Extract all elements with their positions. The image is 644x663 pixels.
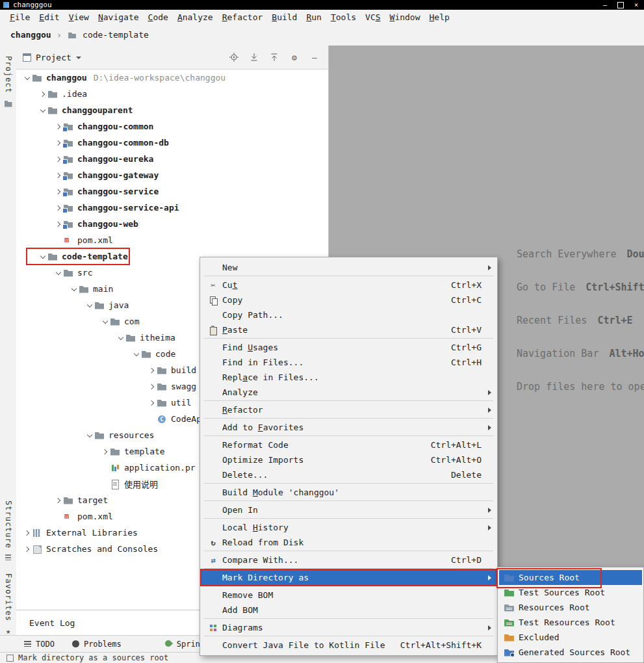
menu-run[interactable]: Run (302, 12, 326, 23)
chevron-right-icon[interactable] (148, 398, 157, 408)
menu-view[interactable]: View (64, 12, 94, 23)
chevron-right-icon[interactable] (101, 447, 110, 456)
context-menu-item-paste[interactable]: PasteCtrl+V (201, 322, 496, 337)
menu-vcs[interactable]: VCS (361, 12, 385, 23)
chevron-right-icon[interactable] (148, 366, 157, 375)
chevron-down-icon[interactable] (38, 252, 47, 261)
context-menu-item-remove-bom[interactable]: Remove BOM (201, 588, 496, 603)
locate-file-icon[interactable] (229, 53, 238, 62)
project-panel-title[interactable]: Project (36, 53, 71, 62)
chevron-down-icon[interactable] (132, 350, 141, 359)
context-menu-item-add-bom[interactable]: Add BOM (201, 603, 496, 618)
toolbar-problems[interactable]: Problems (71, 640, 122, 649)
context-menu-item-compare-with[interactable]: Compare With...Ctrl+D (201, 552, 496, 567)
submenu-item-excluded[interactable]: Excluded (499, 630, 642, 645)
chevron-right-icon[interactable] (54, 496, 63, 505)
context-menu-item-convert-java-file-to-kotlin-file[interactable]: Convert Java File to Kotlin FileCtrl+Alt… (201, 638, 496, 653)
context-menu-item-reload-from-disk[interactable]: Reload from Disk (201, 535, 496, 550)
close-button[interactable]: × (634, 2, 638, 8)
context-menu-item-copy[interactable]: CopyCtrl+C (201, 292, 496, 307)
toolbar-spring[interactable]: Spring (164, 640, 205, 649)
menu-separator (204, 618, 493, 619)
tool-stripe-favorites[interactable]: Favorites ★ (0, 573, 16, 635)
breadcrumb-current[interactable]: code-template (83, 30, 149, 40)
context-menu-item-build-module-changgou[interactable]: Build Module 'changgou' (201, 485, 496, 500)
chevron-down-icon[interactable] (85, 301, 94, 310)
menu-build[interactable]: Build (267, 12, 302, 23)
collapse-all-icon[interactable] (270, 53, 279, 62)
tree-item-changgou-service-api[interactable]: changgou-service-api (16, 200, 328, 216)
chevron-right-icon[interactable] (54, 122, 63, 131)
tool-stripe-project[interactable]: Project (0, 56, 16, 108)
chevron-right-icon[interactable] (23, 528, 32, 538)
tree-item-changgou-common-db[interactable]: changgou-common-db (16, 135, 328, 151)
expand-all-icon[interactable] (250, 53, 259, 62)
chevron-down-icon[interactable] (116, 333, 125, 343)
tool-stripe-structure[interactable]: Structure (0, 500, 16, 560)
menu-navigate[interactable]: Navigate (94, 12, 144, 23)
tree-item-pom-xml[interactable]: pom.xml (16, 232, 328, 248)
context-menu-item-delete[interactable]: Delete...Delete (201, 467, 496, 482)
chevron-down-icon[interactable] (70, 285, 79, 294)
submenu-item-resources-root[interactable]: Resources Root (499, 600, 642, 615)
chevron-right-icon[interactable] (148, 382, 157, 391)
chevron-right-icon[interactable] (54, 155, 63, 164)
context-menu-item-find-usages[interactable]: Find UsagesCtrl+G (201, 340, 496, 355)
chevron-down-icon[interactable] (23, 73, 32, 83)
context-menu-item-local-history[interactable]: Local History (201, 520, 496, 535)
tree-item-changgouparent[interactable]: changgouparent (16, 102, 328, 118)
context-menu-item-open-in[interactable]: Open In (201, 502, 496, 517)
folder-icon (157, 382, 167, 392)
context-menu-item-replace-in-files[interactable]: Replace in Files... (201, 370, 496, 385)
context-menu-item-analyze[interactable]: Analyze (201, 385, 496, 400)
context-menu-item-diagrams[interactable]: Diagrams (201, 620, 496, 635)
context-menu-item-cut[interactable]: CutCtrl+X (201, 278, 496, 292)
context-menu-item-refactor[interactable]: Refactor (201, 402, 496, 417)
context-menu-item-add-to-favorites[interactable]: Add to Favorites (201, 420, 496, 435)
context-menu-item-optimize-imports[interactable]: Optimize ImportsCtrl+Alt+O (201, 452, 496, 467)
context-menu-item-find-in-files[interactable]: Find in Files...Ctrl+H (201, 355, 496, 370)
context-menu-item-reformat-code[interactable]: Reformat CodeCtrl+Alt+L (201, 437, 496, 452)
chevron-down-icon[interactable] (101, 317, 110, 326)
chevron-down-icon[interactable] (54, 268, 63, 278)
tree-item-changgou-eureka[interactable]: changgou-eureka (16, 151, 328, 167)
submenu-item-sources-root[interactable]: Sources Root (499, 570, 642, 585)
submenu-item-test-sources-root[interactable]: Test Sources Root (499, 585, 642, 600)
context-menu-item-copy-path[interactable]: Copy Path... (201, 307, 496, 322)
maximize-button[interactable] (617, 2, 624, 8)
submenu-item-test-resources-root[interactable]: Test Resources Root (499, 615, 642, 630)
chevron-right-icon[interactable] (54, 171, 63, 180)
tree-item-changgou-common[interactable]: changgou-common (16, 118, 328, 135)
chevron-right-icon[interactable] (54, 203, 63, 213)
chevron-right-icon[interactable] (54, 138, 63, 148)
event-log-title[interactable]: Event Log (29, 618, 75, 628)
chevron-down-icon[interactable] (38, 106, 47, 115)
chevron-down-icon[interactable] (76, 57, 81, 59)
menu-code[interactable]: Code (144, 12, 173, 23)
menu-window[interactable]: Window (385, 12, 425, 23)
tree-item-idea[interactable]: .idea (16, 86, 328, 102)
tree-item-changgou-service[interactable]: changgou-service (16, 183, 328, 200)
chevron-right-icon[interactable] (54, 187, 63, 196)
chevron-down-icon[interactable] (85, 431, 94, 440)
chevron-right-icon[interactable] (54, 220, 63, 229)
menu-analyze[interactable]: Analyze (173, 12, 218, 23)
tree-item-changgou[interactable]: changgouD:\idea-workspace\changgou (16, 70, 328, 86)
minimize-button[interactable]: — (603, 2, 607, 8)
chevron-right-icon[interactable] (23, 545, 32, 554)
context-menu-item-new[interactable]: New (201, 260, 496, 275)
chevron-right-icon[interactable] (38, 90, 47, 99)
menu-edit[interactable]: Edit (34, 12, 64, 23)
submenu-item-generated-sources-root[interactable]: Generated Sources Root (499, 645, 642, 660)
menu-refactor[interactable]: Refactor (218, 12, 268, 23)
toolbar-todo[interactable]: TODO (23, 640, 55, 649)
menu-tools[interactable]: Tools (326, 12, 361, 23)
menu-help[interactable]: Help (425, 12, 454, 23)
breadcrumb-project[interactable]: changgou (10, 30, 51, 40)
tree-item-changgou-gateway[interactable]: changgou-gateway (16, 167, 328, 183)
menu-file[interactable]: File (5, 12, 34, 23)
tree-item-changgou-web[interactable]: changgou-web (16, 216, 328, 232)
hide-panel-icon[interactable]: — (310, 53, 319, 62)
context-menu-item-mark-directory-as[interactable]: Mark Directory as (201, 570, 496, 585)
gear-icon[interactable]: ⚙ (290, 53, 299, 62)
